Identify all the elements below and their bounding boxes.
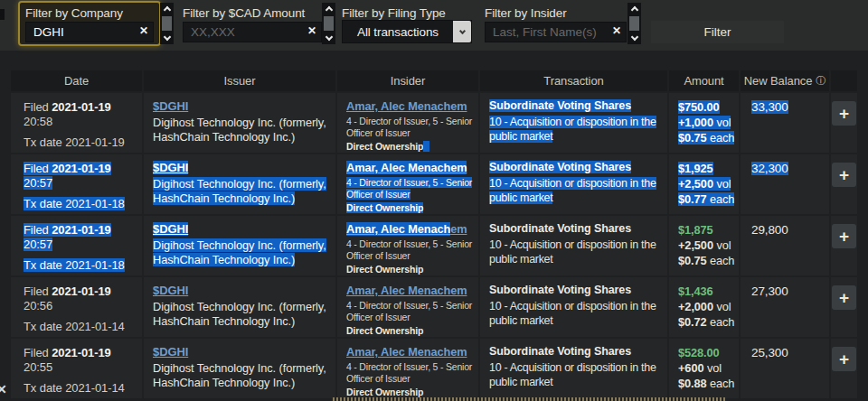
issuer-ticker-link[interactable]: $DGHI bbox=[153, 284, 188, 297]
insider-link[interactable]: Amar, Alec Menachem bbox=[346, 284, 467, 297]
clear-insider-icon[interactable]: ✕ bbox=[612, 24, 621, 37]
insider-filings-page: Filter by Company ✕ Filter by $CAD Amoun… bbox=[0, 0, 868, 401]
new-balance-cell: 25,300 bbox=[741, 339, 829, 398]
spinner-up-icon[interactable] bbox=[325, 6, 332, 14]
issuer-ticker-link[interactable]: $DGHI bbox=[153, 99, 188, 113]
company-filter-label: Filter by Company bbox=[25, 6, 123, 20]
amount-cell: $528.00 +600 vol $0.88 each bbox=[669, 339, 739, 398]
insider-link[interactable]: Amar, Alec Menachem bbox=[346, 345, 467, 359]
expand-row-button[interactable]: + bbox=[832, 285, 856, 310]
amount-cell: $1,875 +2,500 vol $0.75 each bbox=[669, 216, 739, 275]
issuer-cell: $DGHI Digihost Technology Inc. (formerly… bbox=[144, 216, 335, 275]
transaction-cell: Subordinate Voting Shares 10 - Acquisiti… bbox=[480, 93, 667, 153]
new-balance-cell: 32,300 bbox=[741, 154, 829, 214]
spinner-thumb[interactable] bbox=[324, 16, 334, 31]
expand-row-button[interactable]: + bbox=[832, 163, 856, 187]
amount-filter-field: ✕ bbox=[183, 22, 322, 42]
clear-amount-icon[interactable]: ✕ bbox=[307, 24, 316, 37]
issuer-cell: $DGHI Digihost Technology Inc. (formerly… bbox=[144, 277, 335, 337]
issuer-cell: $DGHI Digihost Technology Inc. (formerly… bbox=[144, 93, 335, 153]
new-balance-cell: 29,800 bbox=[741, 216, 829, 275]
select-dropdown-button[interactable] bbox=[453, 21, 471, 42]
actions-cell: + bbox=[831, 154, 857, 214]
insider-filter-spinner[interactable] bbox=[627, 3, 641, 44]
insider-cell: Amar, Alec Menachem 4 - Director of Issu… bbox=[337, 339, 478, 398]
date-cell: Filed 2021-01-19 20:55 Tx date 2021-01-1… bbox=[11, 339, 142, 398]
insider-cell: Amar, Alec Menachem 4 - Director of Issu… bbox=[337, 154, 478, 214]
filter-button[interactable]: Filter bbox=[651, 21, 784, 43]
amount-filter-spinner[interactable] bbox=[322, 3, 335, 44]
amount-cell: $1,925 +2,500 vol $0.77 each bbox=[669, 154, 739, 214]
selection-tail bbox=[423, 141, 429, 152]
actions-cell: + bbox=[831, 277, 857, 337]
edge-artifact bbox=[0, 9, 5, 20]
filing-type-select[interactable]: All transactions bbox=[342, 20, 472, 43]
actions-cell: + bbox=[831, 216, 857, 275]
filter-toolbar: Filter by Company ✕ Filter by $CAD Amoun… bbox=[0, 0, 868, 51]
header-issuer: Issuer bbox=[144, 70, 335, 91]
filing-type-filter-label: Filter by Filing Type bbox=[342, 6, 446, 20]
amount-cell: $1,436 +2,000 vol $0.72 each bbox=[669, 277, 739, 337]
transaction-cell: Subordinate Voting Shares 10 - Acquisiti… bbox=[480, 154, 667, 214]
date-cell: Filed 2021-01-19 20:57 Tx date 2021-01-1… bbox=[11, 154, 142, 214]
info-icon[interactable]: ⓘ bbox=[816, 74, 826, 88]
header-new-balance: New Balance ⓘ bbox=[741, 70, 829, 91]
filing-type-selected-value: All transactions bbox=[343, 21, 453, 42]
insider-filter-label: Filter by Insider bbox=[485, 6, 567, 20]
clear-company-icon[interactable]: ✕ bbox=[139, 24, 148, 37]
chevron-down-icon bbox=[458, 27, 465, 33]
expand-row-button[interactable]: + bbox=[832, 101, 856, 126]
insider-cell: Amar, Alec Menachem 4 - Director of Issu… bbox=[337, 93, 478, 153]
spinner-thumb[interactable] bbox=[162, 16, 172, 31]
partial-close-icon[interactable]: ✕ bbox=[0, 382, 7, 396]
header-amount: Amount bbox=[669, 70, 739, 91]
spinner-down-icon[interactable] bbox=[630, 33, 637, 41]
new-balance-cell: 27,300 bbox=[741, 277, 829, 337]
transaction-cell: Subordinate Voting Shares 10 - Acquisiti… bbox=[480, 216, 667, 275]
amount-cell: $750.00 +1,000 vol $0.75 each bbox=[669, 93, 739, 153]
insider-cell: Amar, Alec Menachem 4 - Director of Issu… bbox=[337, 277, 478, 337]
amount-filter-input[interactable] bbox=[183, 22, 322, 42]
issuer-ticker-link[interactable]: $DGHI bbox=[153, 222, 188, 236]
spinner-down-icon[interactable] bbox=[163, 33, 170, 41]
insider-cell: Amar, Alec Menachem 4 - Director of Issu… bbox=[337, 216, 478, 275]
insider-filter-input[interactable] bbox=[485, 22, 627, 42]
header-date: Date bbox=[11, 70, 142, 91]
transaction-cell: Subordinate Voting Shares 10 - Acquisiti… bbox=[480, 339, 667, 398]
company-filter-input[interactable] bbox=[25, 22, 154, 42]
company-filter-field: ✕ bbox=[25, 22, 154, 42]
new-balance-cell: 33,300 bbox=[741, 93, 829, 153]
header-insider: Insider bbox=[337, 70, 478, 91]
date-cell: Filed 2021-01-19 20:56 Tx date 2021-01-1… bbox=[11, 277, 142, 337]
filings-table: Date Issuer Insider Transaction Amount N… bbox=[11, 70, 857, 398]
expand-row-button[interactable]: + bbox=[832, 224, 856, 248]
issuer-cell: $DGHI Digihost Technology Inc. (formerly… bbox=[144, 339, 335, 398]
spinner-thumb[interactable] bbox=[629, 16, 639, 31]
issuer-ticker-link[interactable]: $DGHI bbox=[153, 345, 188, 359]
insider-link[interactable]: Amar, Alec Menachem bbox=[346, 222, 467, 236]
issuer-ticker-link[interactable]: $DGHI bbox=[153, 161, 188, 174]
actions-cell: + bbox=[831, 339, 857, 398]
company-filter-spinner[interactable] bbox=[160, 3, 174, 44]
insider-filter-field: ✕ bbox=[485, 22, 627, 42]
date-cell: Filed 2021-01-19 20:57 Tx date 2021-01-1… bbox=[11, 216, 142, 275]
expand-row-button[interactable]: + bbox=[832, 347, 856, 371]
actions-cell: + bbox=[831, 93, 857, 153]
cropped-bottom-text bbox=[333, 397, 727, 401]
transaction-cell: Subordinate Voting Shares 10 - Acquisiti… bbox=[480, 277, 667, 337]
spinner-up-icon[interactable] bbox=[630, 6, 637, 14]
date-cell: Filed 2021-01-19 20:58 Tx date 2021-01-1… bbox=[11, 93, 142, 153]
spinner-up-icon[interactable] bbox=[163, 6, 170, 14]
header-actions bbox=[831, 70, 857, 91]
amount-filter-label: Filter by $CAD Amount bbox=[183, 6, 305, 20]
spinner-down-icon[interactable] bbox=[325, 33, 332, 41]
issuer-cell: $DGHI Digihost Technology Inc. (formerly… bbox=[144, 154, 335, 214]
insider-link[interactable]: Amar, Alec Menachem bbox=[346, 161, 467, 174]
insider-link[interactable]: Amar, Alec Menachem bbox=[346, 99, 467, 113]
header-transaction: Transaction bbox=[480, 70, 667, 91]
